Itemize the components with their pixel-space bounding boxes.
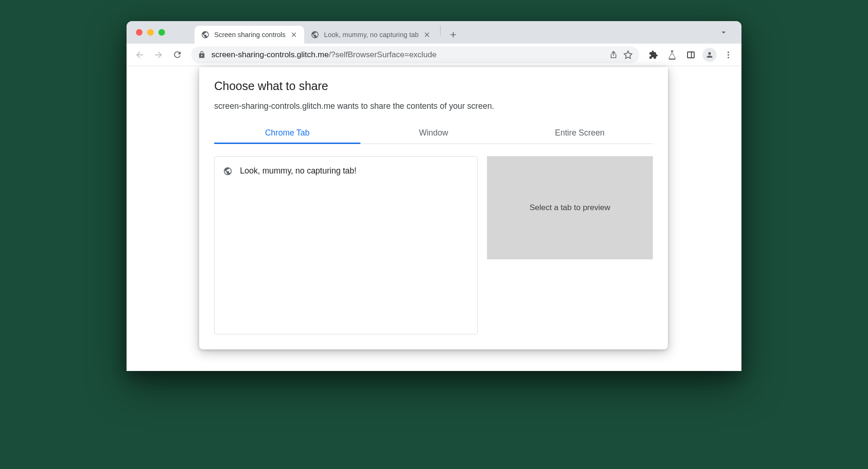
svg-rect-0 [688, 52, 694, 58]
close-tab-icon[interactable] [423, 31, 431, 38]
browser-tab-active[interactable]: Screen sharing controls [195, 26, 304, 44]
side-panel-icon[interactable] [682, 46, 699, 63]
preview-placeholder-text: Select a tab to preview [530, 203, 610, 212]
tab-title: Look, mummy, no capturing tab [324, 31, 419, 38]
browser-toolbar: screen-sharing-controls.glitch.me/?selfB… [127, 44, 741, 66]
minimize-window-button[interactable] [147, 29, 154, 36]
back-button[interactable] [131, 46, 148, 63]
tab-title: Screen sharing controls [214, 31, 285, 38]
dialog-title: Choose what to share [214, 79, 653, 93]
url-text: screen-sharing-controls.glitch.me/?selfB… [211, 50, 604, 60]
browser-window: Screen sharing controls Look, mummy, no … [127, 21, 741, 371]
menu-icon[interactable] [720, 46, 737, 63]
lock-icon[interactable] [198, 51, 206, 59]
maximize-window-button[interactable] [158, 29, 165, 36]
share-tab-chrome-tab[interactable]: Chrome Tab [214, 122, 360, 144]
browser-tabs: Screen sharing controls Look, mummy, no … [195, 21, 460, 44]
svg-point-2 [727, 51, 729, 53]
forward-button[interactable] [150, 46, 167, 63]
tab-selection-list: Look, mummy, no capturing tab! [214, 156, 478, 334]
tab-separator [440, 25, 441, 36]
tab-list-item-title: Look, mummy, no capturing tab! [240, 166, 357, 176]
share-type-tabs: Chrome Tab Window Entire Screen [214, 122, 653, 144]
globe-icon [311, 30, 319, 39]
new-tab-button[interactable] [446, 28, 460, 42]
screen-share-dialog: Choose what to share screen-sharing-cont… [199, 67, 668, 349]
svg-point-4 [727, 57, 729, 58]
address-bar[interactable]: screen-sharing-controls.glitch.me/?selfB… [191, 46, 639, 63]
globe-icon [201, 30, 210, 39]
preview-panel: Select a tab to preview [487, 156, 653, 259]
share-dialog-body: Look, mummy, no capturing tab! Select a … [214, 156, 653, 334]
svg-point-3 [727, 54, 729, 55]
tab-search-button[interactable] [715, 24, 732, 41]
share-tab-entire-screen[interactable]: Entire Screen [507, 122, 653, 144]
labs-icon[interactable] [664, 46, 681, 63]
tabs-right-controls [715, 24, 738, 44]
browser-tab[interactable]: Look, mummy, no capturing tab [304, 26, 437, 44]
share-tab-window[interactable]: Window [360, 122, 507, 144]
dialog-subtitle: screen-sharing-controls.glitch.me wants … [214, 101, 653, 111]
tab-list-item[interactable]: Look, mummy, no capturing tab! [215, 162, 477, 180]
extensions-icon[interactable] [645, 46, 662, 63]
title-bar: Screen sharing controls Look, mummy, no … [127, 21, 741, 44]
close-window-button[interactable] [136, 29, 142, 36]
close-tab-icon[interactable] [290, 31, 298, 38]
share-icon[interactable] [609, 51, 618, 59]
bookmark-star-icon[interactable] [623, 50, 633, 60]
globe-icon [223, 166, 232, 176]
profile-avatar[interactable] [701, 46, 718, 63]
reload-button[interactable] [169, 46, 186, 63]
window-controls [136, 29, 165, 36]
content-area: Choose what to share screen-sharing-cont… [127, 66, 741, 371]
